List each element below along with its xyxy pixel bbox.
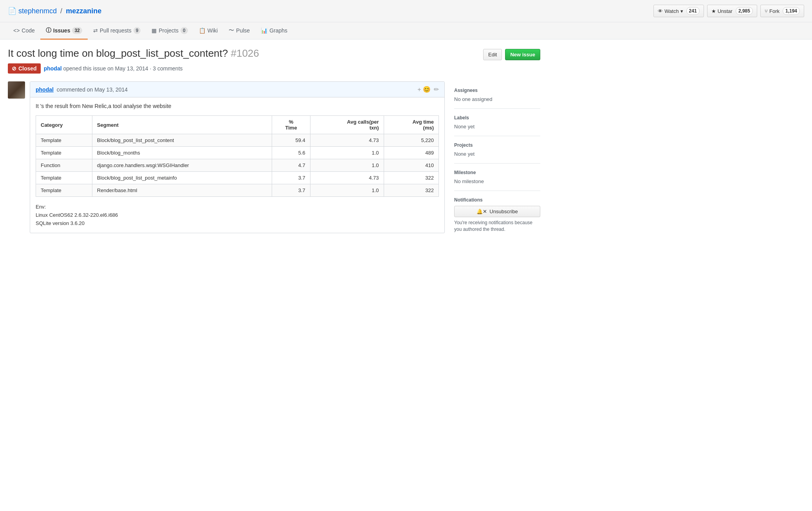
- performance-table: Category Segment %Time Avg calls(pertxn)…: [36, 115, 439, 197]
- table-cell: 3.7: [272, 172, 310, 184]
- tab-pull-requests[interactable]: ⇄ Pull requests 9: [88, 22, 146, 40]
- tab-pulse-label: Pulse: [236, 27, 250, 34]
- issue-meta: ⊘ Closed phodal opened this issue on May…: [8, 63, 540, 74]
- env-line: Linux CentOS62 2.6.32-220.el6.i686: [36, 211, 439, 220]
- env-lines: Linux CentOS62 2.6.32-220.el6.i686SQLite…: [36, 211, 439, 228]
- two-column-layout: phodal commented on May 13, 2014 + 😊 ✏ I…: [8, 81, 540, 239]
- comment-header-left: phodal commented on May 13, 2014: [36, 86, 128, 93]
- tab-graphs[interactable]: 📊 Graphs: [255, 23, 293, 39]
- add-reaction-button[interactable]: + 😊: [417, 86, 431, 93]
- tab-projects-label: Projects: [159, 27, 179, 34]
- watch-label: Watch: [664, 8, 678, 14]
- edit-button[interactable]: Edit: [483, 49, 502, 60]
- col-pct-time: %Time: [272, 116, 310, 134]
- comment-header-actions: + 😊 ✏: [417, 86, 439, 93]
- status-label: Closed: [18, 65, 37, 72]
- unstar-button[interactable]: ★ Unstar 2,985: [707, 5, 757, 17]
- tab-wiki[interactable]: 📋 Wiki: [193, 23, 223, 39]
- sidebar-milestone: Milestone No milestone: [454, 164, 540, 191]
- milestone-title: Milestone: [454, 170, 540, 175]
- labels-value: None yet: [454, 124, 540, 130]
- fork-button[interactable]: ⑂ Fork 1,194: [760, 5, 804, 17]
- table-cell: 3.7: [272, 184, 310, 197]
- projects-badge: 0: [180, 27, 188, 34]
- fork-icon: ⑂: [765, 8, 768, 14]
- projects-icon: ▦: [152, 27, 157, 34]
- nav-tabs: <> Code ⓘ Issues 32 ⇄ Pull requests 9 ▦ …: [0, 22, 812, 40]
- pr-icon: ⇄: [93, 27, 98, 34]
- table-cell: 410: [384, 159, 438, 172]
- issue-title-row: It cost long time on blog_post_list_post…: [8, 47, 540, 60]
- unsubscribe-button[interactable]: 🔔✕ Unsubscribe: [454, 206, 540, 217]
- main-content: It cost long time on blog_post_list_post…: [0, 40, 548, 247]
- col-category: Category: [36, 116, 92, 134]
- table-cell: Render/base.html: [92, 184, 272, 197]
- watch-count: 241: [686, 7, 700, 15]
- unsubscribe-icon: 🔔✕: [476, 209, 487, 214]
- new-issue-button[interactable]: New issue: [505, 49, 540, 60]
- table-cell: 1.0: [310, 159, 384, 172]
- comment-header: phodal commented on May 13, 2014 + 😊 ✏: [30, 82, 444, 97]
- tab-wiki-label: Wiki: [208, 27, 218, 34]
- repo-header: 📄 stephenmcd / mezzanine 👁 Watch ▾ 241 ★…: [0, 0, 812, 22]
- table-cell: 4.73: [310, 172, 384, 184]
- tab-code[interactable]: <> Code: [8, 23, 40, 39]
- comment-author-link[interactable]: phodal: [36, 86, 54, 93]
- graphs-icon: 📊: [261, 27, 267, 34]
- issue-date: opened this issue on May 13, 2014: [63, 65, 148, 72]
- sidebar-projects: Projects None yet: [454, 136, 540, 164]
- wiki-icon: 📋: [199, 27, 206, 34]
- comment-intro-text: It 's the result from New Relic,a tool a…: [36, 103, 439, 109]
- issue-title-text: It cost long time on blog_post_list_post…: [8, 47, 228, 59]
- col-avg-time: Avg time(ms): [384, 116, 438, 134]
- tab-pulse[interactable]: 〜 Pulse: [223, 22, 255, 40]
- tab-graphs-label: Graphs: [269, 27, 287, 34]
- issue-author-link[interactable]: phodal: [44, 65, 62, 72]
- comment-wrapper: phodal commented on May 13, 2014 + 😊 ✏ I…: [8, 81, 445, 233]
- table-cell: Template: [36, 147, 92, 159]
- table-cell: Template: [36, 184, 92, 197]
- table-cell: Function: [36, 159, 92, 172]
- repo-name-link[interactable]: mezzanine: [66, 7, 101, 15]
- tab-issues[interactable]: ⓘ Issues 32: [40, 22, 88, 40]
- watch-dropdown-icon: ▾: [680, 8, 683, 14]
- issues-icon: ⓘ: [46, 27, 51, 34]
- closed-icon: ⊘: [12, 65, 16, 72]
- eye-icon: 👁: [658, 8, 663, 14]
- pr-badge: 9: [134, 27, 141, 34]
- table-cell: Template: [36, 172, 92, 184]
- tab-issues-label: Issues: [53, 27, 70, 34]
- comment-box: phodal commented on May 13, 2014 + 😊 ✏ I…: [30, 81, 445, 233]
- table-cell: 59.4: [272, 134, 310, 147]
- repo-separator: /: [60, 7, 62, 15]
- notifications-text: You're receiving notifications because y…: [454, 220, 540, 233]
- repo-title: 📄 stephenmcd / mezzanine: [8, 7, 101, 15]
- tab-projects[interactable]: ▦ Projects 0: [146, 22, 193, 40]
- assignees-value: No one assigned: [454, 96, 540, 102]
- table-cell: 1.0: [310, 184, 384, 197]
- edit-comment-button[interactable]: ✏: [434, 86, 439, 93]
- table-cell: 4.73: [310, 134, 384, 147]
- table-cell: 489: [384, 147, 438, 159]
- tab-code-label: Code: [22, 27, 34, 34]
- table-cell: Block/blog_months: [92, 147, 272, 159]
- tab-pr-label: Pull requests: [100, 27, 132, 34]
- env-line: SQLite version 3.6.20: [36, 220, 439, 228]
- unstar-label: Unstar: [718, 8, 733, 14]
- sidebar-labels: Labels None yet: [454, 109, 540, 136]
- code-icon: <>: [13, 27, 20, 34]
- fork-count: 1,194: [783, 7, 800, 15]
- table-cell: django.core.handlers.wsgi:WSGIHandler: [92, 159, 272, 172]
- status-badge: ⊘ Closed: [8, 63, 41, 74]
- repo-icon: 📄: [8, 7, 16, 15]
- env-label: Env:: [36, 203, 439, 211]
- sidebar-notifications: Notifications 🔔✕ Unsubscribe You're rece…: [454, 191, 540, 239]
- watch-button[interactable]: 👁 Watch ▾ 241: [653, 5, 704, 17]
- comment-body: It 's the result from New Relic,a tool a…: [30, 97, 444, 233]
- repo-owner-link[interactable]: stephenmcd: [18, 7, 57, 15]
- star-count: 2,985: [736, 7, 753, 15]
- avatar-image: [8, 81, 25, 99]
- main-column: phodal commented on May 13, 2014 + 😊 ✏ I…: [8, 81, 445, 239]
- issue-number: #1026: [231, 47, 259, 59]
- star-icon: ★: [711, 8, 716, 14]
